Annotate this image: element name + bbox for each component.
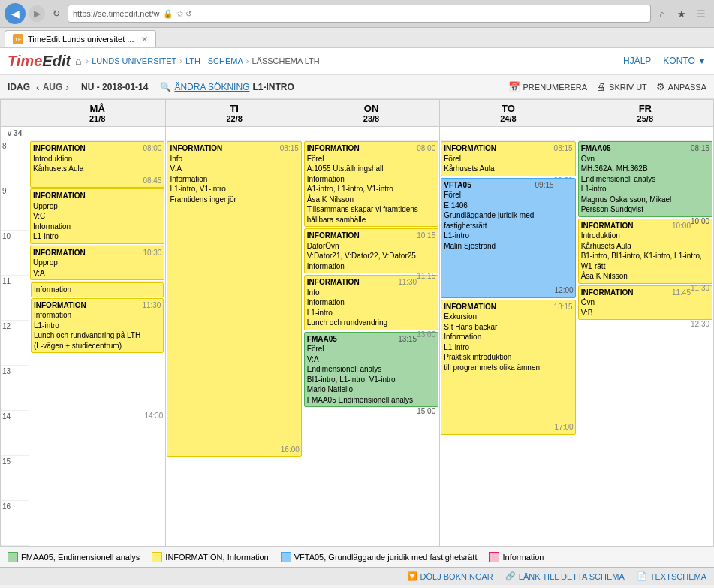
legend-label-blue: VFTA05, Grundläggande juridik med fastig… bbox=[294, 553, 478, 562]
legend-bar: FMAA05, Endimensionell analys INFORMATIO… bbox=[0, 547, 714, 567]
text-icon: 📄 bbox=[637, 571, 647, 581]
time-16: 16 bbox=[1, 501, 29, 546]
browser-icons: ⌂ ★ ☰ bbox=[654, 5, 709, 22]
event-thu-3[interactable]: 13:15 INFORMATION Exkursion S:t Hans bac… bbox=[441, 300, 575, 435]
day-header-tue: TI 22/8 bbox=[166, 100, 303, 126]
text-schema-button[interactable]: 📄 TEXTSCHEMA bbox=[637, 571, 706, 581]
mon-hour10: 10:30 INFORMATION Upprop V:A bbox=[30, 246, 164, 282]
breadcrumb-lth[interactable]: LTH - SCHEMA bbox=[185, 56, 243, 65]
refresh-button[interactable]: ↻ bbox=[48, 5, 65, 22]
time-12: 12 bbox=[1, 321, 29, 366]
day-col-wed: 08:00 INFORMATION Förel A:1055 Utställni… bbox=[303, 127, 440, 546]
mon-bottom: 14:30 bbox=[30, 354, 164, 421]
legend-color-green bbox=[8, 552, 18, 562]
hide-bookings-button[interactable]: 🔽 DÖLJ BOKNINGAR bbox=[407, 571, 493, 581]
forward-button[interactable]: ▶ bbox=[29, 5, 45, 22]
legend-vfta05: VFTA05, Grundläggande juridik med fastig… bbox=[281, 552, 478, 562]
legend-color-pink bbox=[489, 552, 499, 562]
search-button[interactable]: 🔍 ÄNDRA SÖKNING L1-INTRO bbox=[160, 82, 294, 92]
time-13: 13 bbox=[1, 366, 29, 411]
prenumerera-button[interactable]: 📅 PRENUMERERA bbox=[508, 81, 588, 92]
address-url: https://se.timeedit.net/w bbox=[73, 9, 160, 18]
prev-button[interactable]: ‹ bbox=[36, 81, 40, 93]
day-col-tue: 08:15 INFORMATION Info V:A Information L… bbox=[166, 127, 303, 546]
app-header: TimeEdit ⌂ › LUNDS UNIVERSITET › LTH - S… bbox=[0, 48, 714, 75]
event-mon-2[interactable]: INFORMATION Upprop V:C Information L1-in… bbox=[30, 188, 164, 244]
menu-button[interactable]: ☰ bbox=[693, 5, 709, 22]
back-button[interactable]: ◀ bbox=[5, 3, 26, 24]
tue-spacer bbox=[167, 128, 301, 141]
legend-label-pink: Information bbox=[502, 553, 544, 562]
time-9: 9 bbox=[1, 185, 29, 231]
event-mon-3[interactable]: 10:30 INFORMATION Upprop V:A bbox=[30, 246, 164, 281]
breadcrumb-sep2: › bbox=[179, 56, 182, 65]
next-button[interactable]: › bbox=[65, 81, 69, 93]
legend-color-blue bbox=[281, 552, 291, 562]
event-mon-1[interactable]: 08:00 INFORMATION Introduktion Kårhusets… bbox=[30, 141, 164, 188]
breadcrumb-sep3: › bbox=[246, 56, 249, 65]
event-wed-2[interactable]: 10:15 INFORMATION DatorÖvn V:Dator21, V:… bbox=[304, 228, 438, 273]
star-button[interactable]: ★ bbox=[673, 5, 690, 22]
search-icon: 🔍 bbox=[160, 82, 171, 92]
mon-hour9: INFORMATION Upprop V:C Information L1-in… bbox=[30, 188, 164, 246]
calendar-body: v 34 8 9 10 11 12 13 14 15 16 08:00 INFO… bbox=[1, 127, 713, 546]
event-mon-5[interactable]: 11:30 INFORMATION Information L1-intro L… bbox=[31, 298, 164, 354]
breadcrumb-lunds[interactable]: LUNDS UNIVERSITET bbox=[92, 56, 176, 65]
account-link[interactable]: KONTO ▼ bbox=[663, 56, 706, 66]
prenumerera-icon: 📅 bbox=[508, 81, 520, 92]
event-fri-2[interactable]: 10:00 INFORMATION Introduktion Kårhusets… bbox=[578, 219, 712, 284]
event-thu-2[interactable]: 09:15 VFTA05 Förel E:1406 Grundläggande … bbox=[441, 178, 575, 298]
toolbar: IDAG ‹ AUG › NU - 2018-01-14 🔍 ÄNDRA SÖK… bbox=[0, 75, 714, 99]
time-14: 14 bbox=[1, 411, 29, 456]
tab-title: TimeEdit Lunds universitet ... bbox=[28, 35, 134, 44]
time-10: 10 bbox=[1, 231, 29, 276]
tab-bar: TE TimeEdit Lunds universitet ... ✕ bbox=[0, 28, 714, 47]
event-wed-3[interactable]: 11:30 INFORMATION Info Information L1-in… bbox=[304, 275, 438, 330]
mon-spacer bbox=[30, 128, 164, 141]
security-icon: 🔒 bbox=[163, 9, 173, 19]
tab-close[interactable]: ✕ bbox=[141, 35, 148, 44]
day-header-mon: MÅ 21/8 bbox=[29, 100, 166, 126]
event-wed-4[interactable]: 13:15 FMAA05 Förel V:A Endimensionell an… bbox=[304, 332, 438, 408]
anpassa-button[interactable]: ⚙ ANPASSA bbox=[656, 81, 706, 92]
day-header-fri: FR 25/8 bbox=[577, 100, 713, 126]
skriv-ut-label: SKRIV UT bbox=[609, 83, 647, 92]
day-col-fri: 08:15 FMAA05 Övn MH:362A, MH:362B Endime… bbox=[577, 127, 713, 546]
legend-fmaa05: FMAA05, Endimensionell analys bbox=[8, 552, 140, 562]
event-thu-1[interactable]: 08:15 INFORMATION Förel Kårhusets Aula 0… bbox=[441, 141, 575, 176]
link-schema-button[interactable]: 🔗 LÄNK TILL DETTA SCHEMA bbox=[505, 571, 625, 581]
wed-spacer bbox=[304, 128, 438, 141]
breadcrumb-separator: › bbox=[86, 56, 89, 65]
day-col-thu: 08:15 INFORMATION Förel Kårhusets Aula 0… bbox=[440, 127, 577, 546]
breadcrumb: › LUNDS UNIVERSITET › LTH - SCHEMA › LÄS… bbox=[86, 56, 320, 65]
app-logo: TimeEdit ⌂ › LUNDS UNIVERSITET › LTH - S… bbox=[8, 53, 320, 70]
event-wed-1[interactable]: 08:00 INFORMATION Förel A:1055 Utställni… bbox=[304, 141, 438, 227]
day-header-thu: TO 24/8 bbox=[440, 100, 577, 126]
help-link[interactable]: HJÄLP bbox=[623, 56, 651, 66]
week-label: v 34 bbox=[1, 127, 29, 140]
skriv-ut-icon: 🖨 bbox=[596, 81, 606, 92]
tab-favicon: TE bbox=[13, 34, 23, 44]
event-mon-4[interactable]: Information bbox=[31, 282, 164, 297]
legend-information: INFORMATION, Information bbox=[152, 552, 268, 562]
month-nav: ‹ AUG › bbox=[36, 81, 69, 93]
change-search-label: ÄNDRA SÖKNING bbox=[174, 82, 249, 92]
time-11: 11 bbox=[1, 276, 29, 321]
time-column: v 34 8 9 10 11 12 13 14 15 16 bbox=[1, 127, 29, 546]
home-button[interactable]: ⌂ bbox=[654, 5, 670, 22]
footer: 🔽 DÖLJ BOKNINGAR 🔗 LÄNK TILL DETTA SCHEM… bbox=[0, 567, 714, 585]
prenumerera-label: PRENUMERERA bbox=[523, 83, 588, 92]
event-fri-1[interactable]: 08:15 FMAA05 Övn MH:362A, MH:362B Endime… bbox=[578, 141, 712, 217]
anpassa-icon: ⚙ bbox=[656, 81, 665, 92]
event-tue-1[interactable]: 08:15 INFORMATION Info V:A Information L… bbox=[167, 141, 301, 457]
calendar: MÅ 21/8 TI 22/8 ON 23/8 TO 24/8 FR 25/8 … bbox=[0, 99, 714, 547]
hide-label: DÖLJ BOKNINGAR bbox=[420, 572, 493, 581]
skriv-ut-button[interactable]: 🖨 SKRIV UT bbox=[596, 81, 647, 92]
calendar-header: MÅ 21/8 TI 22/8 ON 23/8 TO 24/8 FR 25/8 bbox=[1, 100, 713, 127]
today-button[interactable]: IDAG bbox=[8, 82, 30, 92]
browser-tab[interactable]: TE TimeEdit Lunds universitet ... ✕ bbox=[5, 30, 156, 47]
address-bar[interactable]: https://se.timeedit.net/w 🔒 ✩ ↺ bbox=[68, 5, 651, 23]
legend-info: Information bbox=[489, 552, 544, 562]
link-icon: 🔗 bbox=[505, 571, 516, 581]
month-label: AUG bbox=[43, 82, 63, 92]
